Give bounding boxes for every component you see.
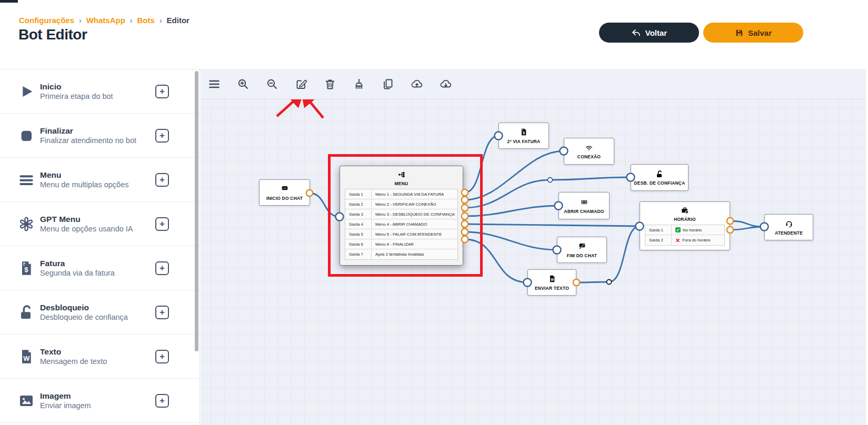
output-handle[interactable] — [727, 218, 733, 224]
input-handle[interactable] — [636, 222, 644, 230]
flow-node-fim-do-chat[interactable]: FIM DO CHAT — [557, 237, 607, 263]
flow-node-abrir-chamado[interactable]: ABRIR CHAMADO — [558, 192, 610, 219]
flow-node-segunda-via-fatura[interactable]: $2ª VIA FATURA — [498, 123, 549, 149]
doc-w-icon: W — [18, 348, 40, 365]
flow-node-inicio-do-chat[interactable]: INICIO DO CHAT — [259, 179, 310, 206]
svg-text:$: $ — [523, 131, 525, 135]
toolbar-menu-icon[interactable] — [208, 78, 221, 90]
sidebar-item-label: Inicio — [40, 82, 61, 91]
breadcrumb-separator: › — [79, 16, 82, 25]
edge-waypoint[interactable] — [548, 178, 553, 183]
toolbar-zoom-out-icon[interactable] — [266, 78, 278, 90]
wifi-icon — [585, 143, 593, 152]
sidebar-item-label: Desbloqueio — [40, 303, 89, 312]
toolbar-copy-icon[interactable] — [382, 78, 394, 90]
flow-node-enviar-texto[interactable]: WENVIAR TEXTO — [527, 269, 576, 296]
lock-open-icon — [655, 169, 664, 178]
flow-node-desb-de-confianca[interactable]: DESB. DE CONFIANÇA — [631, 164, 689, 191]
back-button[interactable]: Voltar — [599, 23, 699, 43]
sidebar-item-finalizar[interactable]: FinalizarFinalizar atendimento no bot+ — [0, 114, 199, 158]
add-node-button[interactable]: + — [155, 173, 169, 187]
edge-waypoint[interactable] — [607, 280, 612, 285]
sidebar-item-inicio[interactable]: InicioPrimeira etapa do bot+ — [0, 69, 199, 114]
input-handle[interactable] — [553, 246, 561, 254]
sidebar-item-description: Finalizar atendimento no bot — [40, 136, 136, 145]
sidebar-item-label: GPT Menu — [40, 215, 81, 224]
sidebar-item-texto[interactable]: WTextoMensagem de texto+ — [0, 335, 199, 379]
add-node-button[interactable]: + — [155, 129, 169, 143]
add-node-button[interactable]: + — [155, 217, 169, 231]
input-handle[interactable] — [555, 202, 563, 210]
back-arrow-icon — [631, 28, 641, 38]
output-port-label: Saída 2 — [645, 235, 672, 245]
sidebar-item-fatura[interactable]: $FaturaSegunda via da fatura+ — [0, 246, 199, 290]
chat-slash-icon — [578, 242, 586, 251]
sidebar-item-description: Desbloqueio de confiança — [40, 313, 128, 321]
ticket-icon — [580, 198, 588, 207]
node-label: FIM DO CHAT — [567, 253, 597, 258]
output-port-label: Saída 1 — [645, 225, 672, 235]
input-handle[interactable] — [495, 132, 503, 140]
add-node-button[interactable]: + — [155, 306, 169, 319]
node-output-row[interactable]: Saída 2✕Fora do horário — [645, 235, 724, 245]
check-icon: ✓ — [675, 227, 681, 232]
add-node-button[interactable]: + — [155, 261, 169, 275]
svg-text:W: W — [551, 278, 554, 281]
sidebar-item-description: Menu de multiplas opções — [40, 180, 128, 189]
sidebar-item-menu[interactable]: MenuMenu de multiplas opções+ — [0, 158, 199, 202]
breadcrumb-separator: › — [130, 16, 133, 25]
input-handle[interactable] — [761, 223, 769, 231]
sidebar-item-gpt-menu[interactable]: GPT MenuMenu de opções usando IA+ — [0, 202, 199, 246]
output-handle[interactable] — [727, 227, 733, 233]
toolbar-cloud-upload-icon[interactable] — [411, 78, 423, 90]
toolbar-cloud-download-icon[interactable] — [440, 78, 452, 90]
annotation-red-box — [328, 154, 483, 277]
menu-lines-icon — [18, 171, 40, 188]
save-floppy-icon — [735, 28, 744, 37]
sidebar-item-description: Segunda via da fatura — [40, 269, 115, 277]
sidebar-item-description: Menu de opções usando IA — [40, 225, 133, 233]
node-output-row[interactable]: Saída 1✓No horário — [645, 225, 724, 235]
add-node-button[interactable]: + — [155, 350, 169, 363]
sidebar-item-label: Fatura — [40, 259, 65, 268]
breadcrumb-item-configurações[interactable]: Configurações — [19, 16, 74, 25]
input-handle[interactable] — [560, 147, 568, 155]
breadcrumb-item-whatsapp[interactable]: WhatsApp — [86, 16, 125, 25]
doc-w-icon: W — [548, 275, 556, 284]
flow-node-horario[interactable]: HORÁRIOSaída 1✓No horárioSaída 2✕Fora do… — [640, 201, 730, 250]
breadcrumb: Configurações›WhatsApp›Bots›Editor — [19, 16, 189, 25]
sidebar-item-desbloqueio[interactable]: DesbloqueioDesbloqueio de confiança+ — [0, 290, 199, 335]
flow-node-atendente[interactable]: ATENDENTE — [764, 214, 813, 240]
gpt-icon — [18, 216, 40, 232]
input-handle[interactable] — [524, 279, 532, 287]
output-handle[interactable] — [573, 279, 580, 286]
node-label: INICIO DO CHAT — [266, 196, 303, 201]
flow-node-conexao[interactable]: CONEXÃO — [564, 138, 614, 165]
output-value: ✕Fora do horário — [672, 238, 724, 243]
toolbar-zoom-in-icon[interactable] — [237, 78, 250, 90]
sidebar-scrollbar[interactable] — [195, 71, 198, 351]
toolbar-broom-icon[interactable] — [353, 78, 365, 90]
save-button[interactable]: Salvar — [703, 23, 803, 43]
image-icon — [18, 392, 40, 409]
sidebar-item-imagem[interactable]: ImagemEnviar imagem+ — [0, 379, 199, 423]
output-handle[interactable] — [306, 190, 313, 196]
node-label: HORÁRIO — [674, 217, 696, 222]
node-label: ABRIR CHAMADO — [564, 209, 604, 214]
chat-icon — [281, 185, 289, 194]
toolbar-trash-icon[interactable] — [324, 78, 336, 90]
breadcrumb-item-editor: Editor — [167, 16, 189, 25]
add-node-button[interactable]: + — [155, 394, 169, 408]
svg-text:W: W — [23, 355, 29, 362]
top-left-artifact — [0, 0, 18, 3]
flow-canvas[interactable]: INICIO DO CHATMENUSaída 1Menu 1 - SEGUND… — [201, 69, 866, 425]
save-button-label: Salvar — [748, 28, 772, 37]
add-node-button[interactable]: + — [155, 85, 169, 98]
breadcrumb-item-bots[interactable]: Bots — [137, 16, 155, 25]
headset-icon — [785, 219, 793, 228]
toolbar-edit-icon[interactable] — [295, 78, 307, 90]
input-handle[interactable] — [627, 174, 635, 181]
flow-edge-enviar-texto-to-waypoint-2[interactable] — [576, 282, 609, 282]
breadcrumb-separator: › — [159, 16, 162, 25]
briefcase-clock-icon — [681, 206, 689, 215]
